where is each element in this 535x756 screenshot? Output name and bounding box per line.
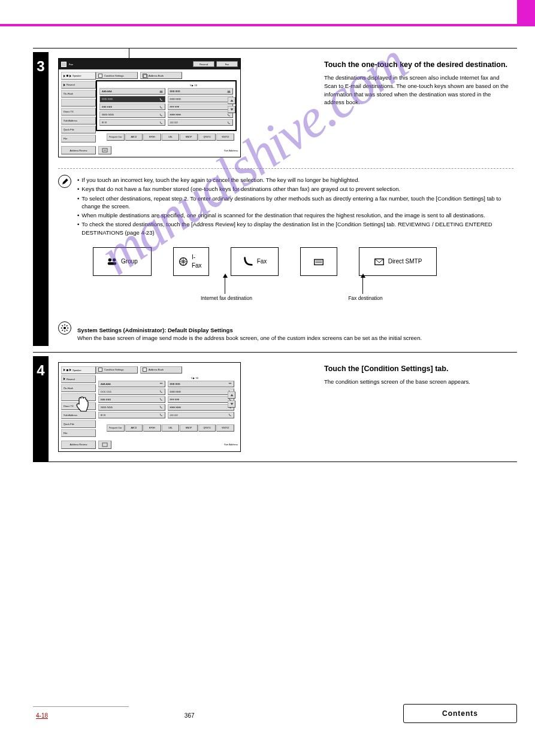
sidebar-item[interactable]: Quick File (61, 420, 96, 428)
resend-header-button[interactable]: Resend (193, 61, 214, 67)
svg-point-2 (161, 90, 162, 92)
one-touch-key[interactable]: EEE EEE (99, 104, 165, 110)
index-tab[interactable]: MNOP (180, 424, 198, 432)
scroll-up-button[interactable] (228, 97, 235, 104)
tab-address-book[interactable]: Address Book (140, 72, 182, 79)
address-review-button[interactable]: Address Review (61, 146, 96, 154)
bullet-icon (77, 185, 79, 193)
one-touch-key[interactable]: III III (99, 119, 165, 126)
one-touch-key[interactable]: CCC CCC (98, 388, 165, 395)
step-number: 3 (37, 58, 44, 346)
svg-marker-8 (230, 108, 233, 111)
index-tab[interactable]: Frequent Use (107, 133, 125, 141)
sidebar-item[interactable]: File (61, 429, 96, 437)
one-touch-key[interactable]: III III (98, 412, 165, 418)
tab-condition-settings[interactable]: Condition Settings (96, 366, 138, 374)
touch-panel: Fax Resend Fax Speaker Resend On-Hook Di… (58, 58, 241, 157)
fax-header-button[interactable]: Fax (216, 61, 238, 67)
index-tab[interactable]: MNOP (180, 133, 198, 141)
footer-page-number: 367 (185, 712, 195, 719)
sidebar-item[interactable]: Speaker (61, 72, 96, 80)
sort-button[interactable] (98, 146, 111, 154)
addressbook-tab-icon (143, 74, 147, 78)
panel-sidebar: Speaker Resend On-Hook Direct TX Sub Add… (61, 72, 96, 142)
index-tab[interactable]: VWXYZ (216, 133, 234, 141)
pencil-note-icon (58, 175, 71, 188)
index-tab[interactable]: EFGH (143, 133, 161, 141)
sidebar-item[interactable]: Direct TX (61, 108, 96, 116)
svg-rect-23 (102, 443, 107, 447)
index-tab[interactable]: Frequent Use (107, 424, 125, 432)
index-tab[interactable]: ABCD (125, 424, 143, 432)
scroll-up-button[interactable] (228, 391, 235, 399)
sidebar-item[interactable] (61, 99, 96, 107)
bullet-icon (77, 176, 79, 184)
one-touch-key[interactable]: HHH HHH (168, 404, 235, 411)
svg-point-1 (159, 90, 161, 92)
one-touch-key[interactable]: GGG GGG (99, 111, 165, 118)
sidebar-item[interactable]: On-Hook (61, 90, 96, 98)
sidebar-item[interactable]: On-Hook (61, 384, 96, 392)
index-tab[interactable]: QRSTU (198, 133, 216, 141)
one-touch-key[interactable]: BBB BBB (168, 381, 235, 387)
legend-scanner-box (300, 247, 337, 276)
sidebar-item[interactable]: File (61, 135, 96, 142)
one-touch-key[interactable]: AAA AAA (99, 88, 165, 95)
index-tab[interactable]: QRSTU (198, 424, 216, 432)
one-touch-key[interactable]: GGG GGG (98, 404, 165, 411)
svg-point-19 (229, 383, 230, 384)
note-text: If you touch an incorrect key, touch the… (81, 176, 359, 184)
one-touch-key[interactable]: DDD DDD (168, 388, 235, 395)
footer-chapter[interactable]: 4-18 (36, 712, 48, 719)
system-title: System Settings (Administrator): Default… (77, 327, 233, 333)
index-tab[interactable]: VWXYZ (216, 424, 234, 432)
fax-icon (159, 413, 163, 417)
document-icon (61, 62, 67, 67)
sidebar-item[interactable]: Resend (61, 81, 96, 89)
one-touch-key[interactable]: FFF FFF (168, 396, 235, 403)
address-review-button[interactable]: Address Review (61, 441, 96, 449)
note-text: Keys that do not have a fax number store… (81, 185, 400, 193)
legend-label: Group (121, 257, 138, 266)
one-touch-key[interactable]: CCC CCC (99, 96, 165, 102)
one-touch-key[interactable]: FFF FFF (168, 104, 234, 110)
page-range: 5 ▶ 10 (98, 377, 234, 379)
fax-icon (227, 113, 231, 117)
one-touch-key[interactable]: DDD DDD (168, 96, 234, 102)
svg-point-20 (230, 383, 231, 384)
scroll-down-button[interactable] (228, 400, 235, 408)
one-touch-key[interactable]: AAA AAA (98, 381, 165, 387)
note-text: To check the stored destinations, touch … (81, 220, 513, 236)
scroll-down-button[interactable] (228, 106, 235, 113)
sidebar-item[interactable]: Resend (61, 375, 96, 383)
sort-button[interactable] (98, 441, 111, 449)
sidebar-item[interactable]: Sub Address (61, 117, 96, 125)
svg-point-16 (64, 327, 66, 329)
one-touch-key[interactable]: BBB BBB (168, 88, 234, 95)
svg-point-10 (108, 259, 111, 262)
sidebar-item[interactable]: Speaker (61, 366, 96, 374)
index-tab[interactable]: IJKL (162, 133, 180, 141)
fax-icon (159, 98, 163, 101)
index-tab[interactable]: IJKL (162, 424, 180, 432)
svg-rect-14 (315, 259, 323, 265)
group-icon (227, 90, 231, 93)
contents-button[interactable]: Contents (403, 704, 517, 723)
step-body: The destinations displayed in this scree… (324, 74, 511, 107)
tab-condition-settings[interactable]: Condition Settings (96, 72, 138, 79)
step-4: 4 Speaker Resend On-Hook Direct TX Sub A… (33, 356, 517, 462)
one-touch-key[interactable]: JJJ JJJ (168, 412, 235, 418)
index-tab[interactable]: EFGH (143, 424, 161, 432)
scroll-column (228, 97, 235, 113)
index-tab[interactable]: ABCD (125, 133, 143, 141)
one-touch-key[interactable]: JJJ JJJ (168, 119, 234, 126)
gear-icon (58, 321, 71, 335)
one-touch-key[interactable]: EEE EEE (98, 396, 165, 403)
bullet-icon (77, 211, 79, 219)
sidebar-item[interactable]: Quick File (61, 126, 96, 133)
step-3: 3 Fax Resend Fax Speaker Resend (33, 52, 517, 346)
step-title: Touch the one-touch key of the desired d… (324, 59, 511, 70)
addressbook-tab-icon (143, 368, 147, 372)
one-touch-key[interactable]: HHH HHH (168, 111, 234, 118)
tab-address-book[interactable]: Address Book (140, 366, 182, 374)
